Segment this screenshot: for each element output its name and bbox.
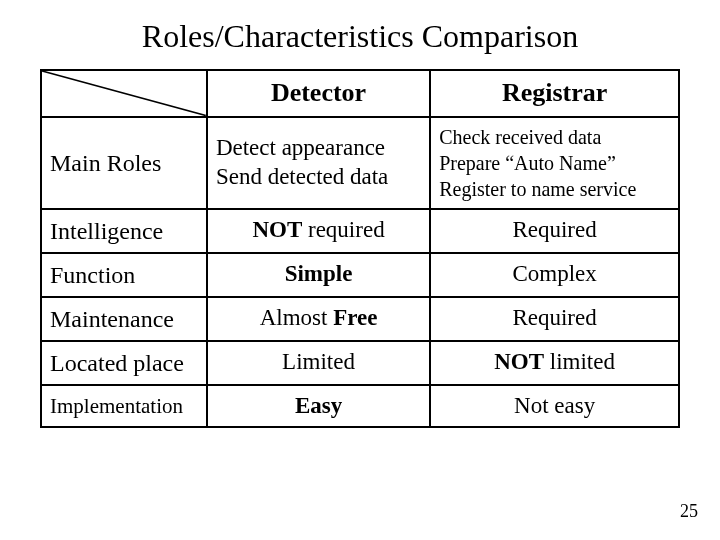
row-label: Maintenance (41, 297, 207, 341)
text: NOT (494, 349, 544, 374)
cell: Required (430, 297, 679, 341)
row-label: Function (41, 253, 207, 297)
text: Prepare “Auto Name” (439, 152, 616, 174)
text: Detect appearance (216, 135, 385, 160)
cell: Not easy (430, 385, 679, 428)
row-label: Implementation (41, 385, 207, 428)
text: required (302, 217, 384, 242)
page-number: 25 (680, 501, 698, 522)
text: Register to name service (439, 178, 636, 200)
cell: Simple (207, 253, 430, 297)
row-function: Function Simple Complex (41, 253, 679, 297)
row-maintenance: Maintenance Almost Free Required (41, 297, 679, 341)
row-implementation: Implementation Easy Not easy (41, 385, 679, 428)
col-detector: Detector (207, 70, 430, 117)
row-intelligence: Intelligence NOT required Required (41, 209, 679, 253)
text: Free (333, 305, 377, 330)
col-registrar: Registrar (430, 70, 679, 117)
cell: Complex (430, 253, 679, 297)
cell: Almost Free (207, 297, 430, 341)
cell: Limited (207, 341, 430, 385)
cell: Required (430, 209, 679, 253)
row-label: Main Roles (41, 117, 207, 209)
diagonal-line-icon (42, 71, 206, 116)
row-location: Located place Limited NOT limited (41, 341, 679, 385)
text: Almost (260, 305, 333, 330)
cell-mainroles-detector: Detect appearance Send detected data (207, 117, 430, 209)
corner-cell (41, 70, 207, 117)
cell: NOT limited (430, 341, 679, 385)
row-label: Intelligence (41, 209, 207, 253)
text: Send detected data (216, 164, 388, 189)
row-main-roles: Main Roles Detect appearance Send detect… (41, 117, 679, 209)
text: limited (544, 349, 615, 374)
comparison-table: Detector Registrar Main Roles Detect app… (40, 69, 680, 428)
cell: Easy (207, 385, 430, 428)
slide-title: Roles/Characteristics Comparison (40, 18, 680, 55)
cell: NOT required (207, 209, 430, 253)
cell-mainroles-registrar: Check received data Prepare “Auto Name” … (430, 117, 679, 209)
row-label: Located place (41, 341, 207, 385)
text: NOT (252, 217, 302, 242)
table-header-row: Detector Registrar (41, 70, 679, 117)
svg-line-0 (42, 71, 206, 116)
text: Check received data (439, 126, 601, 148)
